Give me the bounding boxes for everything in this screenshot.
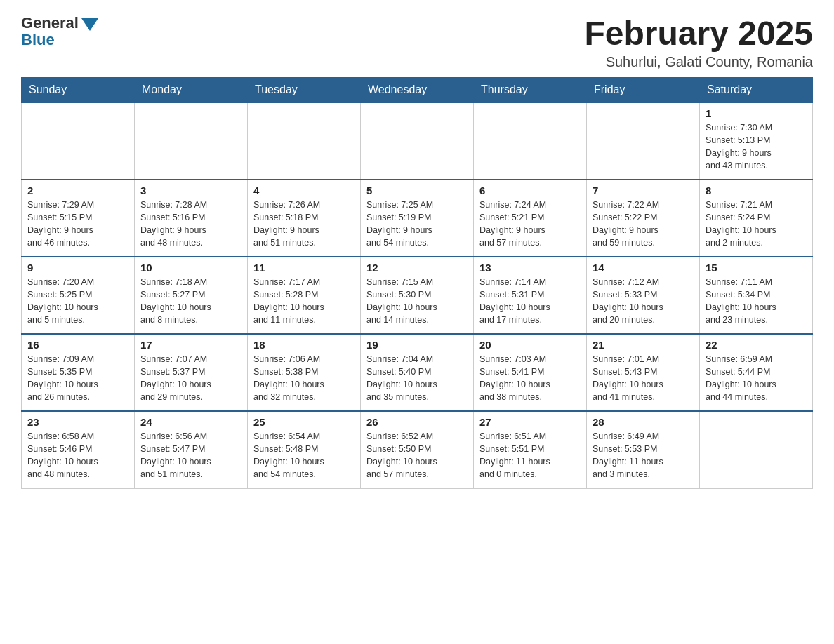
calendar-cell [474,102,587,180]
week-row-5: 23Sunrise: 6:58 AMSunset: 5:46 PMDayligh… [22,411,813,488]
day-info: Sunrise: 7:22 AMSunset: 5:22 PMDaylight:… [593,199,694,250]
day-info: Sunrise: 6:49 AMSunset: 5:53 PMDaylight:… [593,430,694,481]
calendar-cell: 25Sunrise: 6:54 AMSunset: 5:48 PMDayligh… [248,411,361,488]
weekday-header-row: SundayMondayTuesdayWednesdayThursdayFrid… [22,78,813,103]
calendar-cell: 26Sunrise: 6:52 AMSunset: 5:50 PMDayligh… [361,411,474,488]
day-number: 23 [27,416,128,428]
day-number: 10 [140,262,241,274]
calendar-cell [587,102,700,180]
day-info: Sunrise: 7:20 AMSunset: 5:25 PMDaylight:… [27,276,128,327]
day-number: 6 [479,185,581,196]
day-number: 11 [253,262,355,274]
day-number: 2 [27,185,128,196]
day-number: 1 [706,107,807,119]
weekday-header-saturday: Saturday [700,78,813,103]
calendar-cell [700,411,813,488]
calendar-cell: 4Sunrise: 7:26 AMSunset: 5:18 PMDaylight… [248,180,361,257]
calendar-cell: 13Sunrise: 7:14 AMSunset: 5:31 PMDayligh… [474,257,587,334]
weekday-header-tuesday: Tuesday [248,78,361,103]
calendar-cell [135,102,248,180]
calendar-cell: 2Sunrise: 7:29 AMSunset: 5:15 PMDaylight… [22,180,135,257]
calendar-cell [361,102,474,180]
day-number: 3 [140,185,241,196]
day-number: 5 [366,185,468,196]
day-info: Sunrise: 7:04 AMSunset: 5:40 PMDaylight:… [366,353,468,404]
day-number: 8 [706,185,807,196]
calendar-cell [22,102,135,180]
day-number: 28 [593,416,694,428]
logo: General Blue [21,14,98,49]
day-number: 27 [479,416,581,428]
week-row-2: 2Sunrise: 7:29 AMSunset: 5:15 PMDaylight… [22,180,813,257]
day-info: Sunrise: 7:25 AMSunset: 5:19 PMDaylight:… [366,199,468,250]
week-row-3: 9Sunrise: 7:20 AMSunset: 5:25 PMDaylight… [22,257,813,334]
calendar-cell: 19Sunrise: 7:04 AMSunset: 5:40 PMDayligh… [361,334,474,411]
day-info: Sunrise: 7:07 AMSunset: 5:37 PMDaylight:… [140,353,241,404]
day-info: Sunrise: 7:11 AMSunset: 5:34 PMDaylight:… [706,276,807,327]
day-info: Sunrise: 7:09 AMSunset: 5:35 PMDaylight:… [27,353,128,404]
day-number: 24 [140,416,241,428]
weekday-header-friday: Friday [587,78,700,103]
calendar-cell: 17Sunrise: 7:07 AMSunset: 5:37 PMDayligh… [135,334,248,411]
day-number: 22 [706,339,807,351]
calendar-cell: 6Sunrise: 7:24 AMSunset: 5:21 PMDaylight… [474,180,587,257]
day-info: Sunrise: 6:52 AMSunset: 5:50 PMDaylight:… [366,430,468,481]
day-info: Sunrise: 6:51 AMSunset: 5:51 PMDaylight:… [479,430,581,481]
logo-general-text: General [21,14,79,32]
location-subtitle: Suhurlui, Galati County, Romania [584,54,813,70]
day-info: Sunrise: 6:58 AMSunset: 5:46 PMDaylight:… [27,430,128,481]
calendar-cell: 20Sunrise: 7:03 AMSunset: 5:41 PMDayligh… [474,334,587,411]
calendar-cell: 5Sunrise: 7:25 AMSunset: 5:19 PMDaylight… [361,180,474,257]
calendar-cell: 11Sunrise: 7:17 AMSunset: 5:28 PMDayligh… [248,257,361,334]
day-info: Sunrise: 7:28 AMSunset: 5:16 PMDaylight:… [140,199,241,250]
week-row-4: 16Sunrise: 7:09 AMSunset: 5:35 PMDayligh… [22,334,813,411]
day-info: Sunrise: 7:26 AMSunset: 5:18 PMDaylight:… [253,199,355,250]
calendar-cell: 22Sunrise: 6:59 AMSunset: 5:44 PMDayligh… [700,334,813,411]
calendar-cell: 1Sunrise: 7:30 AMSunset: 5:13 PMDaylight… [700,102,813,180]
day-info: Sunrise: 6:54 AMSunset: 5:48 PMDaylight:… [253,430,355,481]
logo-blue-text: Blue [21,31,55,49]
day-info: Sunrise: 7:01 AMSunset: 5:43 PMDaylight:… [593,353,694,404]
month-year-title: February 2025 [584,14,813,53]
weekday-header-wednesday: Wednesday [361,78,474,103]
calendar-cell: 7Sunrise: 7:22 AMSunset: 5:22 PMDaylight… [587,180,700,257]
day-number: 14 [593,262,694,274]
day-number: 25 [253,416,355,428]
day-number: 16 [27,339,128,351]
logo-arrow-icon [81,18,98,31]
day-info: Sunrise: 7:06 AMSunset: 5:38 PMDaylight:… [253,353,355,404]
day-number: 17 [140,339,241,351]
day-number: 21 [593,339,694,351]
title-section: February 2025 Suhurlui, Galati County, R… [584,14,813,70]
calendar-table: SundayMondayTuesdayWednesdayThursdayFrid… [21,77,813,489]
calendar-cell: 16Sunrise: 7:09 AMSunset: 5:35 PMDayligh… [22,334,135,411]
calendar-cell: 12Sunrise: 7:15 AMSunset: 5:30 PMDayligh… [361,257,474,334]
weekday-header-monday: Monday [135,78,248,103]
calendar-cell: 28Sunrise: 6:49 AMSunset: 5:53 PMDayligh… [587,411,700,488]
calendar-cell [248,102,361,180]
day-info: Sunrise: 7:18 AMSunset: 5:27 PMDaylight:… [140,276,241,327]
calendar-cell: 8Sunrise: 7:21 AMSunset: 5:24 PMDaylight… [700,180,813,257]
day-info: Sunrise: 6:56 AMSunset: 5:47 PMDaylight:… [140,430,241,481]
calendar-cell: 15Sunrise: 7:11 AMSunset: 5:34 PMDayligh… [700,257,813,334]
day-number: 7 [593,185,694,196]
day-info: Sunrise: 7:15 AMSunset: 5:30 PMDaylight:… [366,276,468,327]
day-number: 13 [479,262,581,274]
day-info: Sunrise: 7:14 AMSunset: 5:31 PMDaylight:… [479,276,581,327]
calendar-cell: 3Sunrise: 7:28 AMSunset: 5:16 PMDaylight… [135,180,248,257]
day-info: Sunrise: 6:59 AMSunset: 5:44 PMDaylight:… [706,353,807,404]
weekday-header-sunday: Sunday [22,78,135,103]
calendar-cell: 24Sunrise: 6:56 AMSunset: 5:47 PMDayligh… [135,411,248,488]
calendar-cell: 10Sunrise: 7:18 AMSunset: 5:27 PMDayligh… [135,257,248,334]
day-info: Sunrise: 7:21 AMSunset: 5:24 PMDaylight:… [706,199,807,250]
day-info: Sunrise: 7:03 AMSunset: 5:41 PMDaylight:… [479,353,581,404]
day-info: Sunrise: 7:30 AMSunset: 5:13 PMDaylight:… [706,121,807,173]
page-header: General Blue February 2025 Suhurlui, Gal… [21,14,813,70]
day-number: 26 [366,416,468,428]
day-number: 9 [27,262,128,274]
calendar-cell: 21Sunrise: 7:01 AMSunset: 5:43 PMDayligh… [587,334,700,411]
calendar-cell: 23Sunrise: 6:58 AMSunset: 5:46 PMDayligh… [22,411,135,488]
day-info: Sunrise: 7:12 AMSunset: 5:33 PMDaylight:… [593,276,694,327]
day-number: 4 [253,185,355,196]
week-row-1: 1Sunrise: 7:30 AMSunset: 5:13 PMDaylight… [22,102,813,180]
